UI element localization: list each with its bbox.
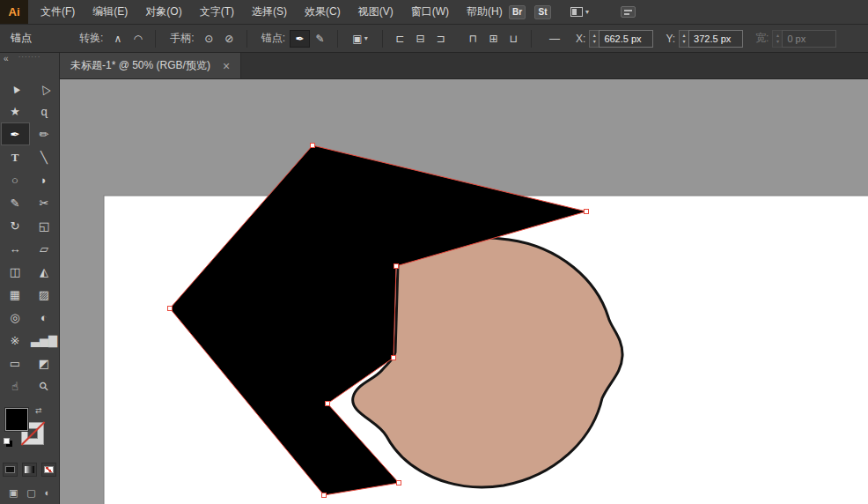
app-logo[interactable]: Ai	[0, 0, 28, 24]
menu-item[interactable]: 选择(S)	[243, 0, 296, 24]
swap-fill-stroke-icon[interactable]: ⇄	[35, 406, 42, 415]
canvas-area[interactable]	[60, 79, 868, 504]
perspective-grid-tool[interactable]: ◭	[30, 260, 59, 283]
panel-grip[interactable]: ·······	[18, 53, 41, 61]
symbol-sprayer-tool-icon: ※	[11, 335, 20, 346]
rotate-tool[interactable]: ↻	[1, 214, 30, 237]
panel-header: « ·······	[0, 53, 59, 66]
scissors-tool[interactable]: ✂	[30, 191, 59, 214]
stepper-up-icon[interactable]: ▴	[593, 33, 596, 39]
fill-swatch[interactable]	[5, 408, 28, 431]
anchor-point[interactable]	[394, 264, 399, 269]
slice-tool[interactable]: ◩	[30, 352, 59, 374]
draw-behind-button[interactable]: ▢	[26, 487, 35, 499]
width-field-stepper[interactable]: ▴▾	[772, 30, 782, 48]
convert-smooth-button[interactable]: ◠	[128, 30, 148, 48]
tools-grid: ▲△★ɋ✒✏T╲○◗✎✂↻◱↔▱◫◭▦▨◎◐※▃▅▇▭◩☝⚲	[0, 77, 59, 397]
menu-item[interactable]: 效果(C)	[296, 0, 349, 24]
y-position-field-stepper[interactable]: ▴▾	[679, 30, 688, 48]
field-label: X:	[576, 33, 585, 45]
x-position-field-stepper[interactable]: ▴▾	[589, 30, 599, 48]
free-transform-tool[interactable]: ▱	[30, 237, 59, 260]
artboard-tool-icon: ▭	[10, 358, 20, 369]
anchor-point[interactable]	[326, 402, 330, 406]
blend-tool[interactable]: ◐	[30, 306, 59, 329]
menu-item[interactable]: 帮助(H)	[458, 0, 511, 24]
anchor-point[interactable]	[311, 144, 315, 148]
paintbrush-tool[interactable]: ✏	[30, 122, 59, 145]
context-label: 锚点	[11, 31, 32, 46]
gradient-tool[interactable]: ▨	[30, 283, 59, 306]
anchor-point[interactable]	[397, 481, 401, 485]
shape-builder-tool[interactable]: ◫	[1, 260, 30, 283]
eyedropper-tool[interactable]: ◎	[1, 306, 30, 329]
menu-item[interactable]: 文件(F)	[32, 0, 84, 24]
menu-item[interactable]: 编辑(E)	[84, 0, 136, 24]
bridge-button[interactable]: Br	[509, 5, 526, 19]
stepper-down-icon[interactable]: ▾	[776, 39, 779, 45]
screen-mode-button[interactable]: ◐	[44, 487, 50, 499]
stepper-up-icon[interactable]: ▴	[776, 33, 779, 39]
none-button[interactable]	[41, 463, 56, 477]
direct-selection-tool-icon: △	[37, 81, 50, 95]
app-extra-icon[interactable]	[621, 6, 636, 18]
chevron-down-icon: ▾	[585, 8, 589, 16]
mesh-tool[interactable]: ▦	[1, 283, 30, 306]
stepper-down-icon[interactable]: ▾	[593, 39, 596, 45]
default-fill-stroke-icon[interactable]	[4, 438, 10, 444]
menu-item[interactable]: 对象(O)	[136, 0, 190, 24]
column-graph-tool[interactable]: ▃▅▇	[30, 329, 59, 352]
gradient-button[interactable]	[22, 463, 37, 477]
ellipse-tool[interactable]: ○	[1, 168, 30, 191]
direct-selection-tool[interactable]: △	[30, 77, 59, 100]
draw-normal-button[interactable]: ▣	[9, 487, 18, 499]
menu-item[interactable]: 文字(T)	[191, 0, 243, 24]
align-vertical-top-button[interactable]: ⊓	[463, 30, 483, 48]
isolate-mode-button[interactable]: ▣▾	[345, 30, 375, 48]
blob-brush-tool[interactable]: ◗	[30, 168, 59, 191]
symbol-sprayer-tool[interactable]: ※	[1, 329, 30, 352]
none-swatch-icon	[44, 466, 54, 473]
align-vertical-bottom-button[interactable]: ⊔	[504, 30, 524, 48]
align-horizontal-right-button[interactable]: ⊐	[430, 30, 451, 48]
convert-corner-button[interactable]: ∧	[107, 30, 128, 48]
stock-button[interactable]: St	[534, 5, 551, 19]
align-horizontal-left-button[interactable]: ⊏	[390, 30, 410, 48]
width-tool[interactable]: ↔	[1, 237, 30, 260]
anchor-point[interactable]	[322, 493, 327, 498]
line-segment-tool[interactable]: ╲	[30, 145, 59, 168]
show-handles-button[interactable]: ⊙	[199, 30, 219, 48]
lasso-tool[interactable]: ɋ	[30, 100, 59, 122]
x-position-field-input[interactable]: 662.5 px	[599, 30, 653, 48]
zoom-tool[interactable]: ⚲	[30, 374, 59, 397]
menu-item[interactable]: 窗口(W)	[402, 0, 458, 24]
align-horizontal-center-button[interactable]: ⊟	[410, 30, 430, 48]
anchor-point[interactable]	[168, 307, 173, 311]
add-anchor-button[interactable]: ✎	[310, 30, 330, 48]
selection-tool[interactable]: ▲	[1, 77, 30, 100]
y-position-field-input[interactable]: 372.5 px	[688, 30, 743, 48]
menu-item[interactable]: 视图(V)	[349, 0, 402, 24]
cb-groups: 转换:∧◠手柄:⊙⊘锚点:✒✎	[72, 30, 345, 48]
hide-handles-button[interactable]: ⊘	[219, 30, 239, 48]
stepper-up-icon[interactable]: ▴	[683, 33, 686, 39]
pencil-tool[interactable]: ✎	[1, 191, 30, 214]
type-tool[interactable]: T	[1, 145, 30, 168]
anchor-point[interactable]	[585, 210, 589, 214]
magic-wand-tool[interactable]: ★	[1, 100, 30, 122]
remove-anchor-button[interactable]: ✒	[290, 30, 310, 48]
width-field-input: 0 px	[782, 30, 836, 48]
tab-close-icon[interactable]: ×	[223, 59, 230, 73]
workspace-switcher-button[interactable]: ▾	[570, 7, 589, 17]
pen-tool[interactable]: ✒	[1, 122, 30, 145]
color-button[interactable]	[3, 463, 18, 477]
artboard-tool[interactable]: ▭	[1, 352, 30, 374]
main-menu: 文件(F)编辑(E)对象(O)文字(T)选择(S)效果(C)视图(V)窗口(W)…	[32, 0, 511, 24]
hand-tool[interactable]: ☝	[1, 374, 30, 397]
align-vertical-center-button[interactable]: ⊞	[483, 30, 504, 48]
document-tab[interactable]: 未标题-1* @ 50% (RGB/预览) ×	[60, 53, 241, 78]
collapse-panel-button[interactable]: «	[4, 54, 9, 63]
scale-tool[interactable]: ◱	[30, 214, 59, 237]
anchor-point[interactable]	[392, 356, 396, 360]
stepper-down-icon[interactable]: ▾	[683, 39, 686, 45]
